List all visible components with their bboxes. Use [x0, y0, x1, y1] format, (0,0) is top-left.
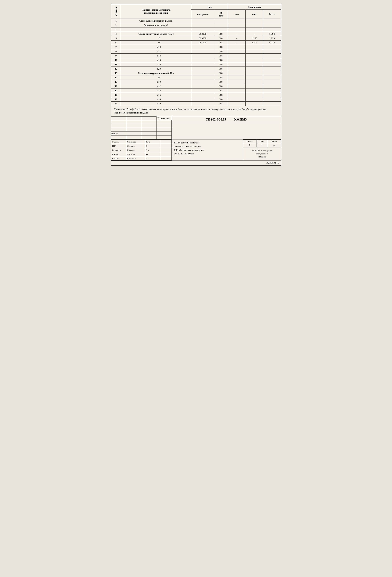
row-ind-cell — [246, 62, 263, 67]
row-code-cell: 093000 — [191, 32, 214, 36]
description-block: ВМ по рабочим чертежамосновного комплект… — [172, 140, 243, 160]
small-cell — [126, 124, 141, 128]
listov-val: б — [267, 143, 281, 147]
row-name-cell: ø20 — [121, 101, 191, 106]
row-ind-cell — [246, 49, 263, 53]
sig-sign: к- — [145, 152, 160, 156]
row-tip-cell — [228, 67, 246, 71]
row-num-cell: 17 — [111, 88, 121, 93]
row-vsego-cell — [263, 75, 281, 80]
row-vsego-cell: 1,504 — [263, 32, 281, 36]
small-cell — [111, 124, 126, 128]
row-code-cell: 093000 — [191, 40, 214, 45]
small-cell — [141, 124, 156, 128]
row-tip-cell — [228, 75, 246, 80]
row-name-cell: ø16 — [121, 58, 191, 62]
row-num-cell: 9 — [111, 53, 121, 58]
sig-table: Ст.инж.СмирноваШ/аГИПЛоуцкерб-Гл.констр.… — [111, 140, 172, 160]
sig-row: Нач.отд.Красавинб- — [111, 156, 172, 160]
small-cell — [111, 120, 126, 124]
row-unit-cell — [214, 27, 228, 32]
row-unit-cell: I68 — [214, 62, 228, 67]
row-num-cell: 20 — [111, 101, 121, 106]
small-cell — [156, 136, 172, 139]
col-ind-subheader: инд. — [246, 10, 263, 19]
table-row: 17ø14I68 — [111, 88, 281, 93]
row-num-cell: 7 — [111, 45, 121, 49]
row-name-cell: Сталь арматурная класса А-II, т — [121, 71, 191, 75]
row-tip-cell — [228, 71, 246, 75]
row-tip-cell — [228, 93, 246, 97]
footer: 20936-04 16 — [111, 160, 281, 165]
row-num-cell: 3 — [111, 27, 121, 32]
table-row: 16ø12I68 — [111, 84, 281, 88]
table-row: 15ø10I68 — [111, 80, 281, 84]
table-row: 7ø10I68 — [111, 45, 281, 49]
row-tip-cell: – — [228, 40, 246, 45]
small-grid-row: Привязан — [111, 116, 172, 120]
row-unit-cell: I68 — [214, 88, 228, 93]
left-stamp-grid: Привязан — [111, 116, 172, 139]
table-row: 2бетонных конструкций — [111, 23, 281, 27]
row-code-cell: 093000 — [191, 36, 214, 40]
row-vsego-cell — [263, 93, 281, 97]
row-code-cell — [191, 84, 214, 88]
row-ind-cell — [246, 84, 263, 88]
row-unit-cell: I68 — [214, 58, 228, 62]
row-name-cell: ø12 — [121, 49, 191, 53]
footer-code: 20936-04 16 — [266, 161, 279, 164]
sig-role: ГИП — [111, 144, 126, 148]
table-row: 10ø16I68 — [111, 58, 281, 62]
sig-empty — [160, 140, 172, 144]
row-num-cell: 5 — [111, 36, 121, 40]
row-ind-cell — [246, 53, 263, 58]
small-cell — [156, 128, 172, 132]
row-code-cell — [191, 101, 214, 106]
row-num-cell: 12 — [111, 67, 121, 71]
table-row: 9ø14I68 — [111, 53, 281, 58]
table-row: 12ø20I68 — [111, 67, 281, 71]
row-num-cell: 4 — [111, 32, 121, 36]
row-num-cell: 14 — [111, 75, 121, 80]
row-vsego-cell — [263, 101, 281, 106]
row-tip-cell: – — [228, 36, 246, 40]
row-name-cell: ø12 — [121, 84, 191, 88]
table-row: 18ø16I68 — [111, 93, 281, 97]
row-unit-cell: I68 — [214, 71, 228, 75]
org-name: ЦНИИПЭ инженерногооборудованияг.Москва — [243, 147, 281, 160]
stage-label: Стадия — [243, 140, 257, 143]
row-num-cell: 18 — [111, 93, 121, 97]
row-num-cell: 1 — [111, 19, 121, 23]
col-num-header: № строки — [111, 4, 121, 19]
title-code2: КЖ.ВМЗ — [234, 118, 247, 121]
small-grid-row — [111, 120, 172, 124]
row-name-cell — [121, 27, 191, 32]
row-tip-cell — [228, 80, 246, 84]
small-cell — [111, 136, 126, 139]
small-grid: Привязан — [111, 116, 172, 139]
row-name-cell: ø18 — [121, 97, 191, 101]
row-unit-cell: I68 — [214, 49, 228, 53]
row-code-cell — [191, 80, 214, 84]
inv-label-cell: Инв. № — [111, 132, 141, 136]
row-ind-cell — [246, 88, 263, 93]
row-name-cell: бетонных конструкций — [121, 23, 191, 27]
row-code-cell — [191, 93, 214, 97]
row-code-cell — [191, 62, 214, 67]
row-vsego-cell — [263, 84, 281, 88]
small-cell — [141, 132, 156, 136]
small-cell — [141, 120, 156, 124]
row-name-cell: ø14 — [121, 53, 191, 58]
row-unit-cell: I68 — [214, 93, 228, 97]
row-tip-cell — [228, 49, 246, 53]
sig-name: Красавин — [126, 156, 145, 160]
list-val: I — [257, 143, 267, 147]
row-vsego-cell — [263, 23, 281, 27]
row-code-cell — [191, 53, 214, 58]
col-kod-header: Код — [191, 4, 228, 10]
main-table: № строки Наименование материала и единиц… — [111, 4, 281, 106]
row-vsego-cell — [263, 67, 281, 71]
small-cell — [111, 128, 126, 132]
row-name-cell: ø6 — [121, 36, 191, 40]
small-cell — [156, 120, 172, 124]
